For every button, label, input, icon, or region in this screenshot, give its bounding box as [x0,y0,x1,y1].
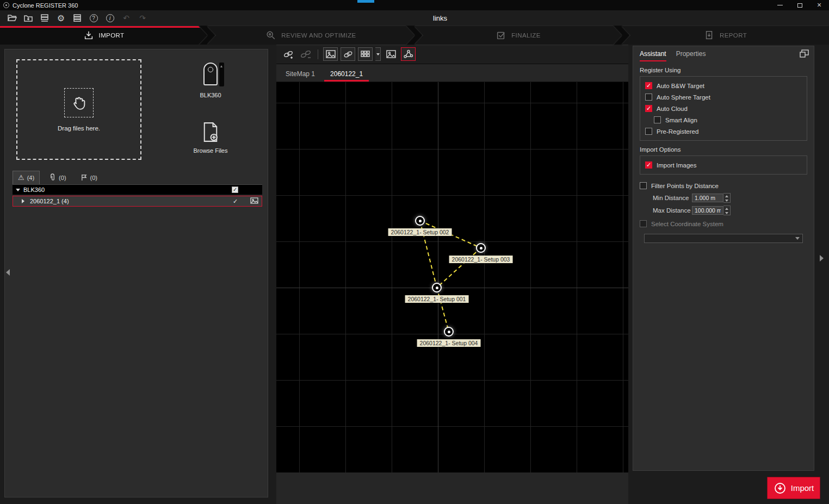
option-label: Select Coordinate System [651,221,723,227]
stepper-down-icon[interactable] [723,211,730,216]
stepper-up-icon[interactable] [723,194,730,198]
max-distance-row: Max Distance [640,204,807,216]
network-icon [403,49,413,59]
coordinate-system-checkbox[interactable] [640,220,647,227]
setup-link-line[interactable] [437,288,449,332]
setup-label: 2060122_1- Setup 002 [388,228,452,236]
break-link-button[interactable] [298,47,313,61]
save-project-button[interactable] [22,11,35,24]
smart-align-checkbox[interactable] [654,116,661,123]
preview-image-button[interactable] [383,47,398,61]
maximize-button[interactable] [790,0,809,10]
flag-icon [81,173,88,182]
tab-properties[interactable]: Properties [676,50,706,61]
option-smart-align: Smart Align [645,114,802,126]
auto-cloud-network-button[interactable] [401,47,416,61]
float-panel-button[interactable] [797,48,811,59]
minimize-button[interactable] [770,0,790,10]
tab-warnings[interactable]: (4) [13,171,40,184]
open-project-button[interactable] [5,11,18,24]
option-import-images: Import Images [645,159,802,171]
properties-column: Assistant Properties Register Using Auto… [628,45,829,504]
notification-strip [357,0,374,3]
workflow-step-review[interactable]: REVIEW AND OPTIMIZE [207,26,414,45]
sitemap-canvas[interactable]: 2060122_1- Setup 0022060122_1- Setup 003… [276,82,628,472]
min-distance-stepper[interactable] [723,193,731,203]
setup-node[interactable] [432,283,442,293]
max-distance-stepper[interactable] [723,206,731,215]
add-link-icon [283,49,294,59]
tab-flags[interactable]: (0) [76,171,102,184]
info-button[interactable] [103,11,116,24]
setup-link-line[interactable] [437,248,481,288]
tree-checkbox[interactable] [232,186,238,193]
image-target-button[interactable] [323,47,338,61]
auto-sphere-target-checkbox[interactable] [645,94,652,101]
tab-scan-group[interactable]: 2060122_1 [324,66,369,82]
min-distance-row: Min Distance [640,191,807,204]
tree-row-label: 2060122_1 (4) [30,198,69,204]
project-stack-button[interactable] [38,11,51,24]
stepper-down-icon[interactable] [723,198,730,203]
collapse-left-panel-icon[interactable] [3,269,10,276]
grid-view-button[interactable] [358,47,373,61]
setup-node[interactable] [444,327,454,337]
min-distance-input[interactable] [692,194,723,202]
tab-sitemap-1[interactable]: SiteMap 1 [280,66,321,82]
image-icon [386,50,396,58]
grid-icon [361,50,370,58]
storage-button[interactable] [71,11,84,24]
max-distance-input[interactable] [692,206,723,215]
import-images-checkbox[interactable] [645,161,652,169]
workflow-step-finalize[interactable]: FINALIZE [414,26,622,45]
pre-registered-checkbox[interactable] [645,128,652,135]
save-folder-icon [23,13,33,23]
setup-label: 2060122_1- Setup 001 [405,295,469,303]
help-button[interactable] [87,11,100,24]
redo-button[interactable] [136,11,149,24]
link-targets-button[interactable] [341,47,355,61]
blk360-device[interactable]: BLK360 [194,63,227,98]
add-link-button[interactable] [281,47,295,61]
close-button[interactable] [809,0,829,10]
sitemap-toolbar [276,45,628,64]
coordinate-system-select[interactable] [644,234,803,243]
setup-node[interactable] [415,216,425,226]
grid-dropdown-button[interactable] [375,47,381,61]
settings-button[interactable] [54,11,67,24]
collapse-right-panel-icon[interactable] [820,255,827,262]
image-target-icon [326,50,336,58]
stepper-up-icon[interactable] [723,206,730,211]
app-title: Cyclone REGISTER 360 [13,2,78,9]
device-scrollbar[interactable] [219,63,224,86]
option-label: Auto B&W Target [657,83,704,89]
tab-attachments[interactable]: (0) [44,171,71,184]
option-label: Import Images [657,162,697,169]
auto-cloud-checkbox[interactable] [645,105,652,112]
app-logo-icon [3,2,9,8]
browse-files-label: Browse Files [194,147,228,154]
undo-button[interactable] [120,11,133,24]
workflow-step-report[interactable]: REPORT [622,26,829,45]
filter-points-checkbox[interactable] [640,182,647,189]
browse-files-button[interactable]: Browse Files [190,122,231,154]
bottom-strip [276,472,628,504]
right-panel-tabs: Assistant Properties [633,46,814,61]
file-dropzone[interactable]: Drag files here. [16,59,141,160]
attachments-count: (0) [59,175,66,181]
application-window: Cyclone REGISTER 360 links IM [0,0,829,504]
auto-bw-target-checkbox[interactable] [645,82,652,89]
collapse-caret-icon[interactable] [22,199,27,203]
tab-assistant[interactable]: Assistant [640,50,666,61]
tree-row-scan-group[interactable]: 2060122_1 (4) [13,196,262,207]
expand-caret-icon[interactable] [16,189,20,194]
tree-row-blk360[interactable]: BLK360 [13,185,262,195]
setup-node[interactable] [476,243,486,253]
workflow-step-import[interactable]: IMPORT [0,26,207,45]
maximize-icon [797,3,802,8]
option-auto-bw-target: Auto B&W Target [645,80,802,91]
import-button[interactable]: Import [767,477,820,499]
thumbnail-icon[interactable] [250,197,258,205]
checked-icon[interactable] [233,198,239,205]
assistant-properties-panel: Assistant Properties Register Using Auto… [633,46,814,471]
